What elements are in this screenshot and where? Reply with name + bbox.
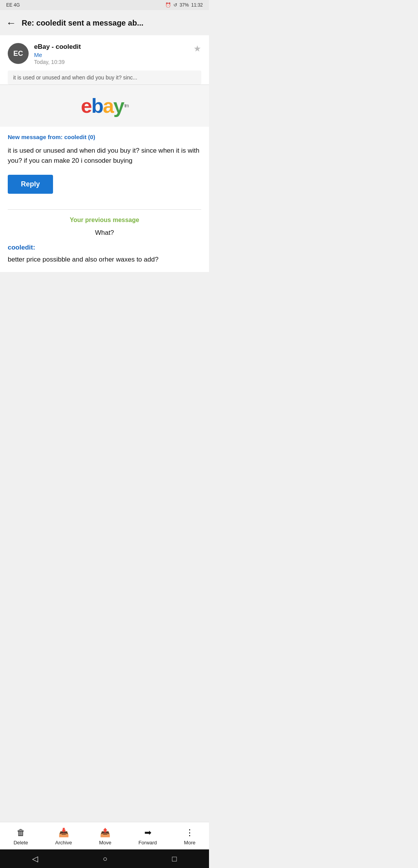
avatar: EC — [8, 43, 29, 64]
cooledit-label: cooledit: — [8, 244, 201, 251]
message-text: it is used or unused and when did you bu… — [8, 146, 201, 166]
ebay-letter-y: y — [113, 96, 124, 116]
ebay-logo: ebaytm — [81, 96, 128, 116]
email-subject-title: Re: cooledit sent a message ab... — [22, 19, 144, 28]
status-right: ⏰ ↺ 37% 11:32 — [165, 2, 203, 8]
rotate-icon: ↺ — [173, 2, 177, 8]
sender-row: EC eBay - cooledit Me Today, 10:39 ★ — [8, 43, 201, 65]
star-icon[interactable]: ★ — [194, 44, 201, 54]
ebay-logo-area: ebaytm — [0, 85, 209, 127]
sender-count: (0) — [88, 134, 95, 140]
sender-info: eBay - cooledit Me Today, 10:39 — [34, 43, 188, 65]
status-bar: EE 4G ⏰ ↺ 37% 11:32 — [0, 0, 209, 10]
time: 11:32 — [191, 2, 203, 8]
sender-me: Me — [34, 52, 188, 58]
prev-msg-label: Your previous message — [8, 217, 201, 224]
sender-time: Today, 10:39 — [34, 59, 188, 65]
ebay-letter-a: a — [103, 96, 113, 116]
sender-username: cooledit — [64, 134, 87, 140]
battery-level: 37% — [180, 2, 189, 8]
email-snippet: it is used or unused and when did you bu… — [8, 71, 201, 84]
email-card: EC eBay - cooledit Me Today, 10:39 ★ it … — [0, 35, 209, 84]
ebay-letter-b: b — [91, 96, 103, 116]
reply-button[interactable]: Reply — [8, 175, 53, 194]
prev-msg-text: What? — [8, 229, 201, 237]
alarm-icon: ⏰ — [165, 2, 171, 8]
message-body-area: New message from: cooledit (0) it is use… — [0, 127, 209, 209]
top-bar: ← Re: cooledit sent a message ab... — [0, 10, 209, 35]
ebay-trademark: tm — [125, 103, 128, 108]
carrier-info: EE 4G — [6, 2, 20, 8]
cooledit-msg: better price possibble and also orher wa… — [8, 255, 201, 265]
sender-name: eBay - cooledit — [34, 43, 188, 51]
ebay-letter-e: e — [81, 96, 91, 116]
previous-message-area: Your previous message What? cooledit: be… — [0, 209, 209, 272]
divider-prev — [8, 209, 201, 210]
back-button[interactable]: ← — [6, 17, 16, 29]
new-message-label: New message from: — [8, 134, 64, 140]
new-message-from: New message from: cooledit (0) — [8, 134, 201, 140]
